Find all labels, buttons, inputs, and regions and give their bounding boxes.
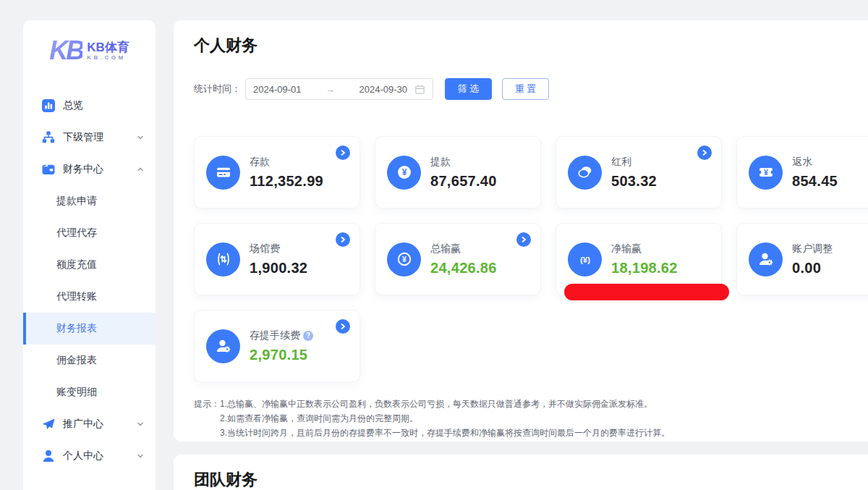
- team-finance-title: 团队财务: [174, 455, 868, 490]
- bank-card-icon: [206, 156, 240, 190]
- card-label: 账户调整: [792, 242, 833, 255]
- sidebar-subitem-quota-recharge[interactable]: 额度充值: [23, 249, 156, 281]
- coins-icon: [568, 156, 602, 190]
- sidebar-subitem-agent-transfer[interactable]: 代理转账: [23, 281, 156, 313]
- filter-button[interactable]: 筛选: [445, 78, 492, 100]
- coin-ring-icon: ¥: [387, 242, 421, 276]
- svg-text:¥: ¥: [401, 167, 407, 177]
- sidebar: KB KB体育 KB.COM 总览 下级管理 财务中心: [23, 20, 156, 490]
- card-label: 红利: [611, 156, 657, 169]
- end-date[interactable]: 2024-09-30: [359, 84, 408, 95]
- page-title: 个人财务: [174, 20, 868, 56]
- personal-finance-panel: 个人财务 统计时间： 2024-09-01 → 2024-09-30 筛选 重置…: [174, 20, 868, 442]
- sidebar-item-label: 下级管理: [63, 131, 103, 144]
- card-bonus: 红利 503.32: [556, 136, 722, 208]
- sidebar-item-promotion[interactable]: 推广中心: [23, 408, 156, 440]
- card-rebate: ¥ 返水 854.45: [736, 136, 868, 208]
- kb-logo-mark: KB: [49, 38, 82, 64]
- svg-text:(¥): (¥): [579, 255, 590, 264]
- tip-line: 1.总输赢、净输赢中正数表示公司盈利，负数表示公司亏损，每天数据只做普通参考，并…: [220, 397, 670, 411]
- tip-line: 3.当统计时间跨月，且前后月份的存提费率不一致时，存提手续费和净输赢将按查询时间…: [220, 426, 670, 440]
- card-value: 503.32: [611, 173, 657, 190]
- card-value: 24,426.86: [430, 260, 497, 276]
- card-label: 净输赢: [611, 242, 678, 255]
- sidebar-item-subordinate[interactable]: 下级管理: [23, 122, 156, 153]
- card-total-winloss: ¥ 总输赢 24,426.86: [375, 223, 541, 295]
- tips-prefix: 提示：: [194, 397, 220, 440]
- sidebar-item-finance-center[interactable]: 财务中心: [23, 153, 156, 185]
- card-venue-fee: 场馆费 1,900.32: [194, 223, 360, 295]
- card-value: 854.45: [792, 173, 838, 190]
- date-range-picker[interactable]: 2024-09-01 → 2024-09-30: [245, 78, 433, 100]
- chevron-down-icon: [137, 452, 144, 460]
- brand-logo: KB KB体育 KB.COM: [23, 38, 156, 64]
- sidebar-subitem-commission-report[interactable]: 佣金报表: [23, 345, 156, 376]
- svg-text:¥: ¥: [764, 168, 768, 177]
- sub-item-label: 额度充值: [56, 258, 97, 271]
- help-icon[interactable]: ?: [303, 331, 313, 341]
- tips-note: 提示： 1.总输赢、净输赢中正数表示公司盈利，负数表示公司亏损，每天数据只做普通…: [194, 397, 868, 440]
- sub-item-label: 佣金报表: [56, 354, 97, 367]
- detail-arrow-button[interactable]: [336, 232, 350, 247]
- org-tree-icon: [41, 130, 56, 145]
- sidebar-item-overview[interactable]: 总览: [23, 90, 156, 122]
- reset-button[interactable]: 重置: [502, 78, 549, 100]
- card-label: 总输赢: [430, 242, 497, 255]
- detail-arrow-button[interactable]: [336, 319, 350, 334]
- svg-text:¥: ¥: [402, 255, 407, 263]
- brand-name: KB体育: [87, 41, 129, 55]
- chevron-down-icon: [137, 134, 144, 141]
- card-value: 112,352.99: [250, 173, 323, 190]
- tip-line: 2.如需查看净输赢，查询时间需为月份的完整周期。: [220, 411, 670, 426]
- sub-item-label: 提款申请: [56, 195, 97, 208]
- statistics-filter: 统计时间： 2024-09-01 → 2024-09-30 筛选 重置: [194, 78, 868, 100]
- overview-chart-icon: [41, 98, 56, 113]
- card-label: 返水: [792, 156, 838, 169]
- sidebar-item-personal-center[interactable]: 个人中心: [23, 440, 156, 472]
- sidebar-item-label: 个人中心: [63, 449, 103, 462]
- sidebar-subitem-financial-report[interactable]: 财务报表: [23, 313, 156, 345]
- sidebar-item-label: 推广中心: [63, 418, 103, 431]
- sub-item-label: 代理代存: [56, 227, 97, 240]
- ticket-icon: ¥: [749, 156, 783, 190]
- card-handling-fee: 存提手续费 ? 2,970.15: [194, 310, 360, 382]
- person-icon: [41, 449, 56, 463]
- red-highlight-marker: [564, 284, 729, 300]
- card-value: 0.00: [792, 260, 833, 276]
- detail-arrow-button[interactable]: [336, 145, 350, 160]
- card-label: 存提手续费 ?: [250, 329, 313, 342]
- yuan-bracket-icon: (¥): [568, 242, 602, 276]
- card-label: 提款: [430, 156, 497, 169]
- transfer-icon: [206, 242, 240, 276]
- card-value: 87,657.40: [430, 173, 497, 190]
- card-deposit: 存款 112,352.99: [194, 136, 360, 208]
- detail-arrow-button[interactable]: [697, 145, 712, 160]
- chevron-up-icon: [137, 166, 144, 173]
- sidebar-menu: 总览 下级管理 财务中心 提款申请 代理代存 额度充值 代理转账 财务报表 佣金…: [23, 90, 156, 472]
- sub-item-label: 代理转账: [56, 290, 97, 303]
- team-finance-panel: 团队财务: [174, 455, 868, 490]
- user-gear-icon: [206, 329, 240, 363]
- paper-plane-icon: [41, 417, 56, 431]
- card-account-adjustment: 账户调整 0.00: [736, 223, 868, 295]
- card-withdrawal: ¥ 提款 87,657.40: [375, 136, 541, 208]
- user-gear-icon: [749, 242, 783, 276]
- card-label-text: 存提手续费: [250, 329, 300, 342]
- filter-label: 统计时间：: [194, 83, 241, 96]
- sidebar-subitem-account-changes[interactable]: 账变明细: [23, 376, 156, 408]
- detail-arrow-button[interactable]: [516, 232, 531, 247]
- card-label: 场馆费: [250, 242, 307, 255]
- sidebar-item-label: 总览: [63, 99, 83, 112]
- chevron-down-icon: [137, 421, 144, 428]
- sidebar-item-label: 财务中心: [63, 163, 103, 176]
- card-value: 18,198.62: [611, 260, 678, 276]
- stat-cards-grid: 存款 112,352.99 ¥ 提款 87,657.40 红利: [194, 136, 868, 382]
- wallet-icon: [41, 162, 56, 177]
- sidebar-subitem-withdraw-request[interactable]: 提款申请: [23, 185, 156, 217]
- calendar-icon: [414, 84, 425, 95]
- start-date[interactable]: 2024-09-01: [253, 84, 302, 95]
- sidebar-subitem-agent-deposit[interactable]: 代理代存: [23, 217, 156, 249]
- sub-item-label: 财务报表: [56, 322, 97, 335]
- card-value: 1,900.32: [250, 260, 307, 276]
- range-arrow: →: [302, 84, 359, 95]
